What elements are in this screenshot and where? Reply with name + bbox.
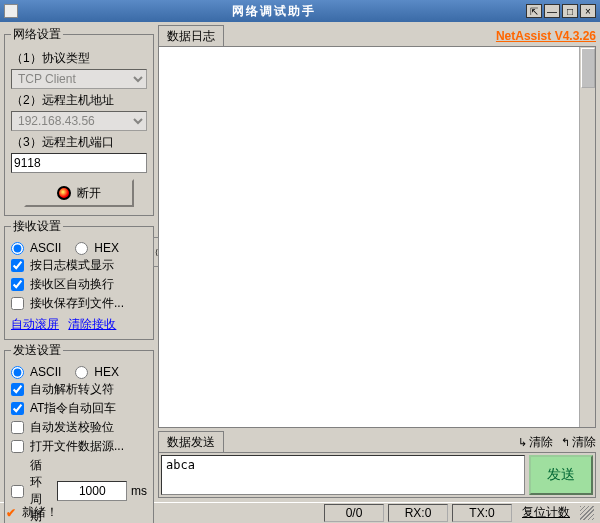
recv-hex-radio[interactable]	[75, 242, 88, 255]
recv-save-checkbox[interactable]	[11, 297, 24, 310]
status-tx: TX:0	[452, 504, 512, 522]
recv-wrap-checkbox[interactable]	[11, 278, 24, 291]
send-period-checkbox[interactable]	[11, 485, 24, 498]
app-icon	[4, 4, 18, 18]
log-header: 数据日志 NetAssist V4.3.26	[158, 26, 596, 46]
window-title: 网络调试助手	[22, 3, 526, 20]
send-checksum-checkbox[interactable]	[11, 421, 24, 434]
receive-settings-legend: 接收设置	[11, 218, 63, 235]
minimize-button[interactable]: —	[544, 4, 560, 18]
left-panel: 网络设置 （1）协议类型 TCP Client （2）远程主机地址 192.16…	[4, 26, 154, 498]
protocol-label: （1）协议类型	[11, 50, 147, 67]
maximize-button[interactable]: □	[562, 4, 578, 18]
send-ascii-radio[interactable]	[11, 366, 24, 379]
send-atcr-checkbox[interactable]	[11, 402, 24, 415]
pin-button[interactable]: ⇱	[526, 4, 542, 18]
send-tab[interactable]: 数据发送	[158, 431, 224, 453]
splitter-handle[interactable]: ⟨	[153, 237, 159, 267]
send-settings-group: 发送设置 ASCII HEX 自动解析转义符 AT指令自动回车 自动发送校验位 …	[4, 342, 154, 523]
network-settings-group: 网络设置 （1）协议类型 TCP Client （2）远程主机地址 192.16…	[4, 26, 154, 216]
autoscroll-link[interactable]: 自动滚屏	[11, 317, 59, 331]
close-button[interactable]: ×	[580, 4, 596, 18]
resize-grip[interactable]	[580, 506, 594, 520]
arrow-up-icon: ↰	[561, 436, 570, 449]
version-link[interactable]: NetAssist V4.3.26	[496, 29, 596, 43]
host-label: （2）远程主机地址	[11, 92, 147, 109]
system-buttons: ⇱ — □ ×	[526, 4, 596, 18]
status-ready: 就绪！	[22, 504, 58, 521]
host-select[interactable]: 192.168.43.56	[11, 111, 147, 131]
log-area[interactable]: ⟨	[158, 46, 596, 428]
disconnect-button[interactable]: 断开	[24, 179, 134, 207]
receive-settings-group: 接收设置 ASCII HEX 按日志模式显示 接收区自动换行 接收保存到文件..…	[4, 218, 154, 340]
send-box: abca 发送	[158, 452, 596, 498]
title-bar: 网络调试助手 ⇱ — □ ×	[0, 0, 600, 22]
send-header: 数据发送 ↳清除 ↰清除	[158, 432, 596, 452]
vertical-scrollbar[interactable]	[579, 47, 595, 427]
recv-logmode-checkbox[interactable]	[11, 259, 24, 272]
protocol-select[interactable]: TCP Client	[11, 69, 147, 89]
network-settings-legend: 网络设置	[11, 26, 63, 43]
send-button[interactable]: 发送	[529, 455, 593, 495]
clear-recv-link[interactable]: 清除接收	[68, 317, 116, 331]
period-input[interactable]	[57, 481, 127, 501]
status-counter: 0/0	[324, 504, 384, 522]
disconnect-label: 断开	[77, 185, 101, 202]
record-icon	[57, 186, 71, 200]
recv-ascii-radio[interactable]	[11, 242, 24, 255]
port-label: （3）远程主机端口	[11, 134, 147, 151]
scrollbar-thumb[interactable]	[581, 48, 595, 88]
log-tab[interactable]: 数据日志	[158, 25, 224, 47]
send-settings-legend: 发送设置	[11, 342, 63, 359]
status-rx: RX:0	[388, 504, 448, 522]
clear-send-link-2[interactable]: ↰清除	[561, 434, 596, 451]
arrow-down-icon: ↳	[518, 436, 527, 449]
ready-icon: ✔	[6, 506, 16, 520]
clear-send-link-1[interactable]: ↳清除	[518, 434, 553, 451]
send-input[interactable]: abca	[161, 455, 525, 495]
right-panel: 数据日志 NetAssist V4.3.26 ⟨ 数据发送 ↳清除 ↰清除 ab…	[158, 26, 596, 498]
send-hex-radio[interactable]	[75, 366, 88, 379]
port-input[interactable]	[11, 153, 147, 173]
send-escape-checkbox[interactable]	[11, 383, 24, 396]
reset-counter-link[interactable]: 复位计数	[516, 504, 576, 521]
send-openfile-checkbox[interactable]	[11, 440, 24, 453]
